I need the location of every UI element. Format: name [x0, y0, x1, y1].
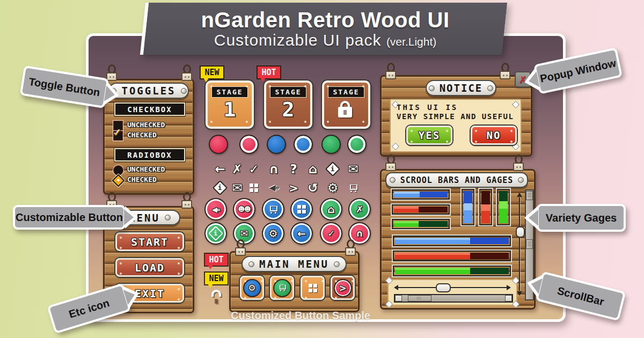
cart-icon — [268, 205, 278, 214]
radiobox-header: RADIOBOX — [114, 148, 185, 161]
new-badge: NEW — [205, 273, 228, 284]
hot-badge: HOT — [258, 67, 280, 78]
info-button[interactable]: i — [204, 222, 227, 245]
hanger — [499, 63, 511, 79]
headphones-icon: ∩ — [265, 160, 283, 178]
arrow-left-button[interactable]: ← — [290, 222, 313, 245]
info-icon: i — [324, 160, 342, 178]
gear-icon: ⚙ — [324, 179, 342, 197]
speaker-button[interactable]: ◀» — [204, 198, 227, 221]
circle-button-green[interactable] — [321, 135, 341, 154]
slider-handle[interactable] — [436, 283, 451, 292]
speaker-icon: ◀» — [265, 179, 283, 197]
info-icon: i — [211, 179, 229, 197]
screw-icon — [248, 261, 254, 267]
question-icon: ? — [284, 160, 303, 178]
hanger — [385, 63, 397, 79]
screw-icon — [429, 85, 435, 91]
corner-pin-icon — [392, 143, 399, 150]
scroll-left-button[interactable] — [395, 295, 402, 302]
gauge-small-red — [392, 204, 450, 215]
stage-1-button[interactable]: STAGE 1 — [206, 80, 254, 129]
check-button[interactable]: ✓ — [320, 222, 342, 245]
gauge-small-blue — [392, 189, 450, 200]
pack-title: nGarden Retro Wood UI — [201, 9, 449, 31]
stage-2-button[interactable]: STAGE 2 — [264, 80, 312, 129]
close-button[interactable]: ✗ — [348, 198, 371, 221]
circle-button-red[interactable] — [209, 135, 228, 154]
users-button[interactable]: ☻☻ — [233, 198, 255, 221]
pack-subtitle: Customizable UI pack (ver.Light) — [214, 31, 437, 49]
check-icon: ✓ — [245, 160, 263, 178]
gauges-title-plate: SCROOL BARS AND GAGES — [385, 172, 528, 188]
gauge-wide-blue — [393, 236, 511, 246]
gauge-wide-red — [393, 251, 511, 261]
start-button[interactable]: START — [115, 232, 184, 251]
cart-button[interactable] — [262, 198, 284, 221]
stage-number: 2 — [266, 98, 310, 121]
gauge-wide-green — [393, 266, 511, 276]
corner-pin-icon — [512, 101, 519, 108]
home-icon: ⌂ — [304, 160, 322, 178]
hanger — [513, 155, 524, 171]
mail-icon: ✉ — [228, 179, 246, 197]
gauge-vertical-blue — [462, 189, 474, 225]
notice-title-plate: NOTICE — [426, 80, 496, 96]
hot-badge: HOT — [205, 254, 228, 266]
main-menu-title-plate: MAIN MENU — [241, 256, 347, 272]
scroll-top-button[interactable] — [526, 191, 533, 200]
scroll-right-button[interactable] — [505, 295, 512, 302]
info-icon: i — [208, 226, 223, 241]
gear-icon: ⚙ — [243, 279, 261, 297]
grid-button[interactable] — [290, 198, 313, 221]
home-button[interactable]: ⌂ — [320, 198, 342, 221]
title-banner: nGarden Retro Wood UI Customizable UI pa… — [140, 3, 507, 55]
horizontal-slider[interactable] — [394, 283, 511, 292]
circle-button-blue-ring[interactable] — [294, 135, 313, 154]
stage-label: STAGE — [270, 86, 306, 98]
scrollbar-thumb[interactable] — [526, 239, 533, 249]
checkbox-checked[interactable]: ✓ — [113, 131, 123, 141]
arrow-left-icon: ← — [211, 160, 229, 178]
yes-button[interactable]: YES — [406, 126, 452, 145]
cart-icon — [344, 179, 362, 197]
scrollbar-thumb[interactable] — [408, 295, 431, 302]
grid-icon — [309, 284, 317, 292]
hanger — [345, 239, 356, 256]
chevron-right-icon: > — [334, 279, 352, 297]
no-button[interactable]: NO — [471, 126, 517, 145]
gear-button[interactable]: ⚙ — [262, 222, 284, 245]
main-menu-gear-button[interactable]: ⚙ — [240, 276, 264, 300]
grid-icon — [297, 205, 306, 214]
stage-locked-button[interactable]: STAGE — [322, 80, 370, 129]
main-menu-next-button[interactable]: > — [331, 276, 355, 300]
main-menu-cart-button[interactable] — [270, 276, 294, 300]
gauge-small-green — [392, 219, 450, 229]
notice-message-line1: THIS UI IS — [397, 103, 458, 112]
screw-icon — [518, 177, 524, 183]
refresh-icon: ↺ — [304, 179, 322, 197]
checkbox-checked-label: CHECKED — [127, 131, 157, 139]
slider-handle[interactable] — [516, 226, 525, 238]
check-icon: ✓ — [113, 127, 122, 139]
chevron-right-icon: > — [284, 179, 303, 197]
vertical-slider[interactable] — [515, 193, 524, 296]
caption: Customized Button Sample — [220, 310, 381, 322]
circle-button-red-ring[interactable] — [239, 135, 259, 154]
screw-icon — [390, 177, 396, 183]
circle-button-blue[interactable] — [267, 135, 286, 154]
horizontal-scrollbar[interactable] — [394, 294, 513, 303]
pack-version: (ver.Light) — [386, 35, 436, 48]
close-icon: ✗ — [228, 160, 246, 178]
screw-icon — [487, 85, 493, 91]
new-badge: NEW — [201, 67, 223, 78]
load-button[interactable]: LOAD — [115, 258, 184, 277]
main-menu-grid-button[interactable] — [301, 276, 325, 300]
circle-button-green-ring[interactable] — [347, 135, 367, 154]
gauge-vertical-red — [479, 189, 492, 225]
hanger — [181, 64, 193, 81]
radio-unchecked-label: UNCHECKED — [127, 165, 165, 173]
notice-message-line2: VERY SIMPLE AND USEFUL — [397, 112, 514, 121]
slider-box — [387, 279, 517, 306]
checkbox-unchecked-label: UNCHECKED — [127, 121, 165, 129]
